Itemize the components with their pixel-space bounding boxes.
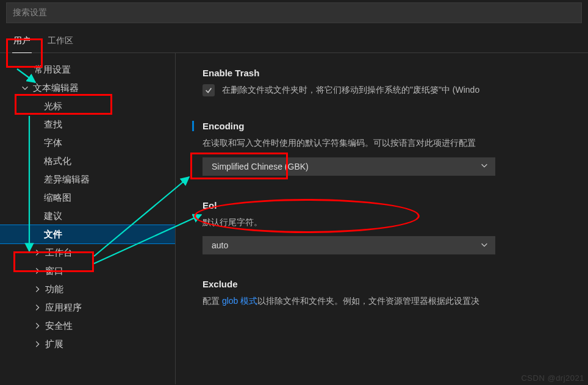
sidebar-item-window[interactable]: 窗口 (0, 262, 175, 280)
sidebar-item-cursor[interactable]: 光标 (0, 97, 175, 115)
chevron-right-icon (33, 340, 41, 348)
sidebar-item-security[interactable]: 安全性 (0, 317, 175, 335)
settings-content: Enable Trash 在删除文件或文件夹时，将它们移动到操作系统的"废纸篓"… (176, 53, 588, 384)
sidebar-item-extensions[interactable]: 扩展 (0, 335, 175, 353)
sidebar-item-formatting[interactable]: 格式化 (0, 152, 175, 170)
setting-encoding: Encoding 在读取和写入文件时使用的默认字符集编码。可以按语言对此项进行配… (203, 121, 588, 175)
sidebar-item-text-editor[interactable]: 文本编辑器 (0, 79, 175, 97)
chevron-down-icon (21, 84, 29, 92)
sidebar-item-label: 功能 (45, 284, 63, 295)
search-placeholder: 搜索设置 (13, 7, 47, 18)
tab-user[interactable]: 用户 (12, 32, 32, 52)
setting-title-eol: Eol (203, 200, 588, 210)
sidebar-item-workbench[interactable]: 工作台 (0, 243, 175, 262)
setting-title-exclude: Exclude (203, 279, 588, 289)
sidebar-item-common[interactable]: 常用设置 (0, 60, 175, 79)
chevron-right-icon (33, 248, 41, 257)
sidebar-item-features[interactable]: 功能 (0, 280, 175, 298)
chevron-right-icon (33, 322, 41, 330)
eol-select[interactable]: auto (203, 236, 495, 254)
enable-trash-checkbox[interactable] (203, 84, 215, 96)
settings-search-input[interactable]: 搜索设置 (6, 2, 582, 23)
sidebar-item-minimap[interactable]: 缩略图 (0, 189, 175, 207)
encoding-description: 在读取和写入文件时使用的默认字符集编码。可以按语言对此项进行配置 (203, 136, 588, 149)
sidebar-item-label: 扩展 (45, 339, 63, 350)
sidebar-item-find[interactable]: 查找 (0, 115, 175, 134)
sidebar-item-label: 文本编辑器 (33, 82, 79, 94)
setting-enable-trash: Enable Trash 在删除文件或文件夹时，将它们移动到操作系统的"废纸篓"… (203, 68, 588, 96)
eol-select-value: auto (212, 240, 228, 250)
sidebar-item-files[interactable]: 文件 (0, 225, 175, 243)
chevron-right-icon (33, 267, 41, 275)
setting-title-encoding: Encoding (192, 121, 588, 131)
sidebar-item-label: 窗口 (45, 265, 63, 277)
sidebar-item-label: 安全性 (45, 320, 73, 332)
enable-trash-description: 在删除文件或文件夹时，将它们移动到操作系统的"废纸篓"中 (Windo (222, 83, 479, 96)
chevron-down-icon (480, 240, 489, 251)
eol-description: 默认行尾字符。 (203, 215, 588, 229)
sidebar-item-label: 工作台 (45, 247, 73, 259)
chevron-right-icon (33, 303, 41, 312)
tab-workspace[interactable]: 工作区 (46, 32, 74, 52)
settings-tabs: 用户 工作区 (0, 23, 588, 53)
sidebar-item-diff-editor[interactable]: 差异编辑器 (0, 170, 175, 189)
sidebar-item-label: 应用程序 (45, 302, 82, 314)
settings-sidebar: 常用设置 文本编辑器 光标 查找 字体 格式化 差异编辑器 缩略图 建议 文件 … (0, 53, 176, 384)
encoding-select[interactable]: Simplified Chinese (GBK) (203, 157, 495, 176)
chevron-down-icon (480, 161, 489, 171)
setting-title-enable-trash: Enable Trash (203, 68, 588, 78)
sidebar-item-suggestions[interactable]: 建议 (0, 207, 175, 225)
sidebar-item-font[interactable]: 字体 (0, 134, 175, 152)
setting-exclude: Exclude 配置 glob 模式以排除文件和文件夹。例如，文件资源管理器根据… (203, 279, 588, 308)
exclude-description: 配置 glob 模式以排除文件和文件夹。例如，文件资源管理器根据此设置决 (203, 294, 588, 308)
encoding-select-value: Simplified Chinese (GBK) (212, 162, 309, 171)
sidebar-item-application[interactable]: 应用程序 (0, 298, 175, 317)
chevron-right-icon (33, 285, 41, 293)
glob-pattern-link[interactable]: glob 模式 (222, 296, 257, 306)
setting-eol: Eol 默认行尾字符。 auto (203, 200, 588, 254)
